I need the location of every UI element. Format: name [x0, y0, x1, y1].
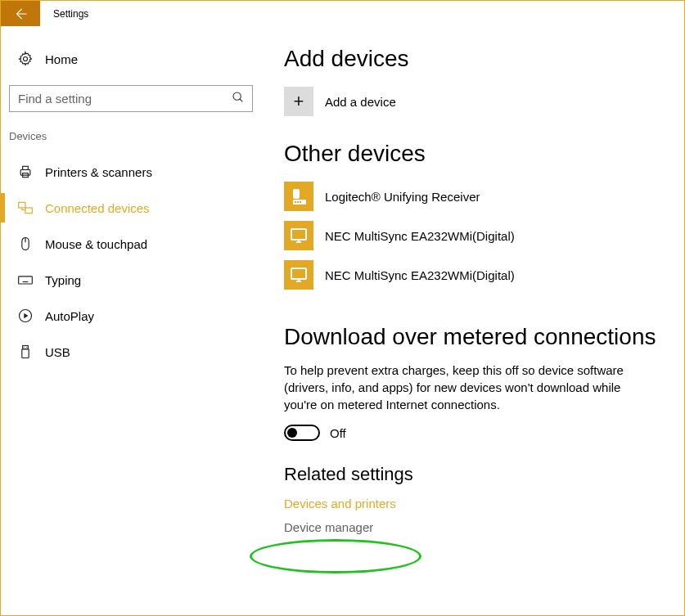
search-input[interactable] — [18, 92, 224, 106]
sidebar-item-label: Typing — [45, 273, 81, 287]
monitor-icon — [284, 260, 313, 290]
sidebar-home-label: Home — [45, 52, 78, 66]
toggle-switch-icon — [284, 425, 320, 441]
monitor-icon — [284, 221, 313, 250]
sidebar-item-autoplay[interactable]: AutoPlay — [1, 298, 253, 334]
svg-rect-24 — [300, 201, 301, 203]
window-title: Settings — [53, 8, 88, 20]
receiver-icon — [284, 182, 313, 211]
svg-rect-3 — [23, 166, 29, 169]
device-name: NEC MultiSync EA232WMi(Digital) — [325, 268, 515, 282]
toggle-state-label: Off — [330, 426, 346, 440]
search-icon — [232, 91, 245, 107]
back-button[interactable] — [1, 1, 40, 26]
svg-rect-23 — [297, 201, 299, 203]
sidebar-section-label: Devices — [1, 130, 253, 142]
device-item[interactable]: Logitech® Unifying Receiver — [284, 182, 660, 211]
mouse-icon — [17, 236, 34, 252]
keyboard-icon — [17, 272, 34, 288]
arrow-left-icon — [13, 7, 28, 21]
device-name: Logitech® Unifying Receiver — [325, 190, 480, 204]
add-device-label: Add a device — [325, 95, 396, 109]
sidebar-home[interactable]: Home — [9, 46, 253, 72]
sidebar-item-mouse[interactable]: Mouse & touchpad — [1, 226, 253, 262]
device-item[interactable]: NEC MultiSync EA232WMi(Digital) — [284, 260, 660, 290]
svg-rect-28 — [291, 268, 306, 279]
sidebar: Home Devices Printers & scanners — [1, 26, 261, 615]
svg-rect-26 — [296, 241, 301, 243]
titlebar: Settings — [1, 1, 684, 26]
svg-rect-29 — [296, 281, 301, 282]
device-item[interactable]: NEC MultiSync EA232WMi(Digital) — [284, 221, 660, 250]
sidebar-item-label: Printers & scanners — [45, 165, 152, 179]
add-device-button[interactable]: + Add a device — [284, 87, 660, 116]
plus-icon: + — [284, 87, 313, 116]
link-devices-and-printers[interactable]: Devices and printers — [284, 497, 396, 510]
content-pane: Add devices + Add a device Other devices… — [261, 26, 684, 615]
sidebar-item-label: AutoPlay — [45, 309, 94, 323]
svg-rect-9 — [19, 277, 33, 284]
heading-other-devices: Other devices — [284, 141, 660, 167]
sidebar-item-usb[interactable]: USB — [1, 334, 253, 370]
svg-rect-17 — [22, 349, 29, 358]
svg-rect-2 — [20, 170, 30, 176]
sidebar-item-typing[interactable]: Typing — [1, 262, 253, 298]
sidebar-item-label: USB — [45, 345, 70, 359]
svg-rect-22 — [295, 201, 296, 203]
metered-description: To help prevent extra charges, keep this… — [284, 362, 628, 413]
device-name: NEC MultiSync EA232WMi(Digital) — [325, 229, 515, 243]
connected-devices-icon — [17, 200, 34, 216]
sidebar-item-printers[interactable]: Printers & scanners — [1, 154, 253, 190]
svg-rect-16 — [23, 346, 29, 349]
heading-metered: Download over metered connections — [284, 324, 660, 350]
gear-icon — [17, 51, 34, 67]
sidebar-item-label: Connected devices — [45, 201, 150, 215]
search-box[interactable] — [9, 85, 253, 112]
svg-rect-27 — [298, 240, 300, 241]
sidebar-item-connected-devices[interactable]: Connected devices — [1, 190, 253, 226]
svg-point-0 — [24, 57, 28, 61]
printer-icon — [17, 164, 34, 180]
svg-rect-5 — [19, 202, 25, 208]
usb-icon — [17, 344, 34, 360]
svg-rect-20 — [293, 189, 300, 199]
heading-related: Related settings — [284, 464, 660, 485]
svg-point-1 — [233, 92, 241, 100]
svg-rect-6 — [25, 208, 32, 214]
svg-rect-30 — [298, 279, 300, 281]
svg-rect-25 — [291, 229, 306, 240]
metered-toggle[interactable]: Off — [284, 425, 660, 441]
link-device-manager[interactable]: Device manager — [284, 520, 373, 534]
heading-add-devices: Add devices — [284, 46, 660, 72]
sidebar-item-label: Mouse & touchpad — [45, 237, 147, 251]
autoplay-icon — [17, 308, 34, 324]
